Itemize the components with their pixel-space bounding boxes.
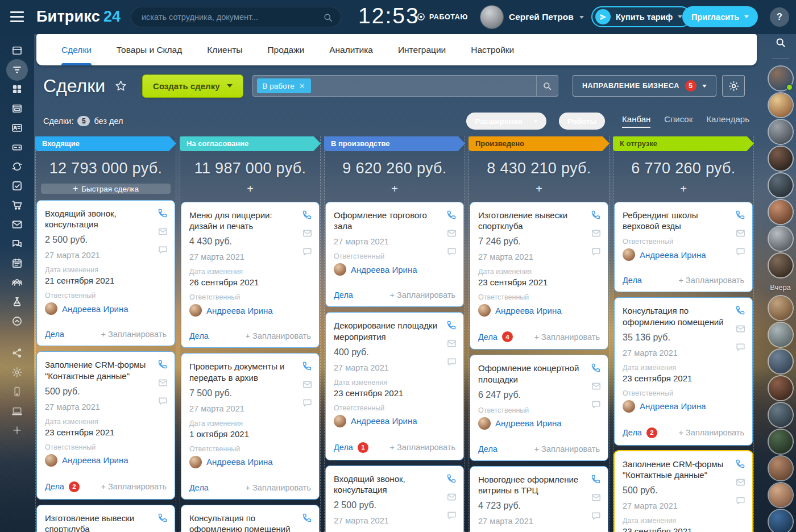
- counter-badge[interactable]: 5: [77, 116, 90, 126]
- add-deal-button[interactable]: +: [325, 182, 465, 196]
- deal-card[interactable]: Консультация по оформлению помещений35 1…: [181, 505, 320, 532]
- avatar[interactable]: [769, 296, 793, 320]
- responsible-name[interactable]: Андреева Ирина: [495, 418, 562, 428]
- mail-icon[interactable]: [302, 379, 313, 390]
- phone-icon[interactable]: [301, 512, 313, 523]
- deal-title[interactable]: Ребрендинг школы верховой езды: [623, 210, 744, 231]
- plan-link[interactable]: + Запланировать: [390, 290, 455, 300]
- mail-icon[interactable]: [591, 492, 602, 503]
- avatar[interactable]: [769, 510, 793, 532]
- sidebar-item-marketing[interactable]: [0, 292, 34, 311]
- plan-link[interactable]: + Запланировать: [534, 444, 600, 454]
- responsible-name[interactable]: Андреева Ирина: [206, 457, 273, 467]
- chat-icon[interactable]: [157, 244, 168, 255]
- todos-link[interactable]: Дела: [623, 428, 642, 437]
- sidebar-item-sites[interactable]: [0, 99, 34, 118]
- responsible-name[interactable]: Андреева Ирина: [351, 265, 417, 275]
- plan-link[interactable]: + Запланировать: [679, 276, 744, 285]
- favorite-star-icon[interactable]: [114, 80, 127, 93]
- mail-icon[interactable]: [157, 226, 168, 237]
- deal-card[interactable]: Оформление торгового зала27 марта 2021От…: [325, 202, 464, 307]
- close-icon[interactable]: ✕: [299, 82, 305, 90]
- chat-icon[interactable]: [735, 246, 746, 257]
- deal-title[interactable]: Входящий звонок, консультация: [334, 473, 455, 495]
- plan-link[interactable]: + Запланировать: [101, 482, 167, 491]
- user-menu[interactable]: Сергей Петров: [480, 6, 584, 28]
- plan-link[interactable]: + Запланировать: [390, 443, 455, 452]
- work-status[interactable]: РАБОТАЮ: [416, 12, 468, 22]
- avatar[interactable]: [769, 200, 793, 224]
- tab-настройки[interactable]: Настройки: [471, 34, 514, 65]
- deal-title[interactable]: Оформление концертной площадки: [478, 363, 600, 384]
- deal-title[interactable]: Изготовление вывески спортклуба: [45, 513, 167, 532]
- phone-icon[interactable]: [735, 209, 746, 221]
- filter-search-button[interactable]: [536, 76, 558, 96]
- deal-title[interactable]: Новогоднее оформление витрины в ТРЦ: [478, 474, 600, 496]
- column-header[interactable]: Произведено: [469, 136, 610, 151]
- column-header[interactable]: На согласование: [180, 136, 321, 151]
- deal-title[interactable]: Консультация по оформлению помещений: [623, 305, 744, 327]
- chat-icon[interactable]: [157, 396, 168, 406]
- deal-card[interactable]: Новогоднее оформление витрины в ТРЦ4 723…: [470, 466, 608, 532]
- filter-chip[interactable]: В работе ✕: [257, 78, 311, 93]
- responsible-name[interactable]: Андреева Ирина: [495, 306, 562, 315]
- sidebar-item-live-feed[interactable]: [0, 41, 34, 60]
- phone-icon[interactable]: [446, 209, 457, 221]
- sidebar-item-calendar[interactable]: [0, 253, 34, 273]
- add-deal-button[interactable]: +: [180, 182, 320, 196]
- deal-title[interactable]: Консультация по оформлению помещений: [189, 513, 311, 532]
- column-header[interactable]: В производстве: [324, 136, 465, 151]
- phone-icon[interactable]: [590, 473, 602, 485]
- deal-card[interactable]: Проверить документы и передать в архив7 …: [181, 353, 320, 499]
- deal-card[interactable]: Изготовление вывески спортклуба7 246 руб…: [36, 505, 175, 532]
- avatar[interactable]: [769, 323, 793, 347]
- chat-icon[interactable]: [302, 397, 313, 408]
- sidebar-item-share[interactable]: [0, 343, 34, 363]
- sidebar-item-collapse[interactable]: [0, 311, 34, 331]
- phone-icon[interactable]: [735, 458, 746, 469]
- deal-card[interactable]: Консультация по оформлению помещений35 1…: [614, 297, 753, 445]
- mail-icon[interactable]: [446, 492, 457, 502]
- tab-продажи[interactable]: Продажи: [267, 34, 304, 65]
- plan-link[interactable]: + Запланировать: [101, 330, 167, 339]
- phone-icon[interactable]: [157, 359, 168, 370]
- plan-link[interactable]: + Запланировать: [679, 428, 744, 437]
- mail-icon[interactable]: [735, 228, 746, 239]
- tab-аналитика[interactable]: Аналитика: [329, 34, 373, 65]
- deal-card[interactable]: Заполнение CRM-формы "Контактные данные"…: [614, 451, 753, 532]
- sidebar-item-tasks[interactable]: [0, 176, 34, 196]
- tab-интеграции[interactable]: Интеграции: [398, 34, 446, 65]
- todos-link[interactable]: Дела: [45, 330, 64, 339]
- sidebar-item-widgets[interactable]: [0, 80, 34, 99]
- deal-card[interactable]: Ребрендинг школы верховой ездыОтветствен…: [614, 202, 753, 292]
- phone-icon[interactable]: [157, 207, 168, 219]
- mail-icon[interactable]: [446, 228, 457, 239]
- menu-icon[interactable]: [10, 11, 24, 22]
- phone-icon[interactable]: [446, 319, 457, 331]
- avatar[interactable]: [769, 483, 793, 507]
- plan-link[interactable]: + Запланировать: [534, 332, 600, 342]
- sidebar-item-chat[interactable]: [0, 234, 34, 253]
- deal-title[interactable]: Заполнение CRM-формы "Контактные данные": [45, 359, 167, 381]
- avatar[interactable]: [769, 227, 793, 251]
- chat-icon[interactable]: [446, 356, 457, 367]
- plan-link[interactable]: + Запланировать: [246, 483, 311, 492]
- avatar[interactable]: [769, 120, 793, 144]
- sidebar-item-settings[interactable]: [0, 363, 34, 382]
- sidebar-item-mail[interactable]: [0, 215, 34, 234]
- responsible-name[interactable]: Андреева Ирина: [206, 306, 273, 315]
- phone-icon[interactable]: [157, 512, 168, 523]
- mail-icon[interactable]: [735, 477, 746, 488]
- chat-icon[interactable]: [446, 246, 457, 257]
- deal-title[interactable]: Входящий звонок, консультация: [45, 208, 167, 230]
- settings-button[interactable]: [722, 75, 745, 97]
- responsible-name[interactable]: Андреева Ирина: [62, 304, 128, 314]
- mail-icon[interactable]: [157, 377, 168, 388]
- sidebar-item-add[interactable]: [0, 421, 34, 440]
- deal-card[interactable]: Декорирование площадки мероприятия400 ру…: [325, 312, 464, 460]
- clock[interactable]: 12:53: [358, 3, 420, 28]
- chat-icon[interactable]: [735, 495, 746, 506]
- search-icon[interactable]: [322, 12, 334, 23]
- chat-icon[interactable]: [302, 246, 313, 257]
- phone-icon[interactable]: [735, 305, 746, 316]
